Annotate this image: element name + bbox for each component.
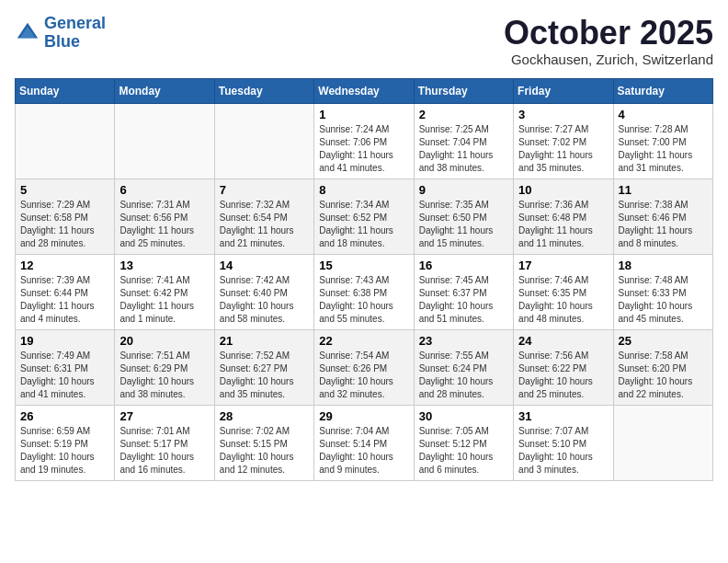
calendar-cell: 21Sunrise: 7:52 AM Sunset: 6:27 PM Dayli…	[214, 329, 313, 405]
page-header: General Blue October 2025 Gockhausen, Zu…	[15, 15, 713, 67]
day-info: Sunrise: 7:36 AM Sunset: 6:48 PM Dayligh…	[518, 199, 608, 250]
day-info: Sunrise: 7:48 AM Sunset: 6:33 PM Dayligh…	[619, 274, 708, 326]
calendar-cell: 15Sunrise: 7:43 AM Sunset: 6:38 PM Dayli…	[314, 254, 414, 329]
day-number: 1	[319, 108, 408, 121]
calendar-week-row: 1Sunrise: 7:24 AM Sunset: 7:06 PM Daylig…	[16, 103, 713, 178]
calendar-cell: 27Sunrise: 7:01 AM Sunset: 5:17 PM Dayli…	[115, 405, 214, 480]
day-info: Sunrise: 7:35 AM Sunset: 6:50 PM Dayligh…	[419, 199, 508, 250]
day-number: 14	[220, 259, 309, 272]
calendar-cell: 13Sunrise: 7:41 AM Sunset: 6:42 PM Dayli…	[115, 254, 214, 329]
day-info: Sunrise: 7:31 AM Sunset: 6:56 PM Dayligh…	[119, 199, 209, 250]
calendar-cell: 11Sunrise: 7:38 AM Sunset: 6:46 PM Dayli…	[613, 178, 712, 254]
logo: General Blue	[15, 15, 106, 52]
day-number: 31	[518, 409, 608, 423]
day-info: Sunrise: 7:07 AM Sunset: 5:10 PM Dayligh…	[518, 425, 608, 477]
calendar-cell: 24Sunrise: 7:56 AM Sunset: 6:22 PM Dayli…	[514, 329, 613, 405]
day-number: 7	[220, 183, 309, 197]
day-number: 3	[518, 108, 608, 121]
day-number: 15	[319, 259, 408, 272]
calendar-table: SundayMondayTuesdayWednesdayThursdayFrid…	[15, 78, 713, 481]
day-info: Sunrise: 7:46 AM Sunset: 6:35 PM Dayligh…	[518, 274, 608, 326]
day-number: 16	[419, 259, 508, 272]
logo-icon	[15, 20, 40, 46]
day-number: 9	[419, 183, 508, 197]
day-number: 24	[518, 334, 608, 348]
day-info: Sunrise: 7:43 AM Sunset: 6:38 PM Dayligh…	[319, 274, 408, 326]
day-info: Sunrise: 7:01 AM Sunset: 5:17 PM Dayligh…	[119, 425, 209, 477]
day-number: 26	[20, 409, 109, 423]
day-number: 18	[619, 259, 708, 272]
calendar-cell: 23Sunrise: 7:55 AM Sunset: 6:24 PM Dayli…	[414, 329, 513, 405]
day-info: Sunrise: 7:38 AM Sunset: 6:46 PM Dayligh…	[619, 199, 708, 250]
calendar-cell: 26Sunrise: 6:59 AM Sunset: 5:19 PM Dayli…	[16, 405, 115, 480]
calendar-cell: 6Sunrise: 7:31 AM Sunset: 6:56 PM Daylig…	[115, 178, 214, 254]
day-info: Sunrise: 7:58 AM Sunset: 6:20 PM Dayligh…	[619, 350, 708, 401]
day-info: Sunrise: 7:52 AM Sunset: 6:27 PM Dayligh…	[220, 350, 309, 401]
day-info: Sunrise: 7:42 AM Sunset: 6:40 PM Dayligh…	[220, 274, 309, 326]
title-block: October 2025 Gockhausen, Zurich, Switzer…	[504, 15, 713, 67]
day-number: 17	[518, 259, 608, 272]
calendar-cell	[16, 103, 115, 178]
day-number: 22	[319, 334, 408, 348]
col-header-sunday: Sunday	[16, 78, 115, 103]
calendar-cell: 12Sunrise: 7:39 AM Sunset: 6:44 PM Dayli…	[16, 254, 115, 329]
day-info: Sunrise: 7:56 AM Sunset: 6:22 PM Dayligh…	[518, 350, 608, 401]
logo-text: General Blue	[44, 15, 106, 52]
day-number: 6	[119, 183, 209, 197]
calendar-week-row: 19Sunrise: 7:49 AM Sunset: 6:31 PM Dayli…	[16, 329, 713, 405]
calendar-cell: 14Sunrise: 7:42 AM Sunset: 6:40 PM Dayli…	[214, 254, 313, 329]
calendar-cell: 8Sunrise: 7:34 AM Sunset: 6:52 PM Daylig…	[314, 178, 414, 254]
location: Gockhausen, Zurich, Switzerland	[504, 52, 713, 67]
day-number: 30	[419, 409, 508, 423]
logo-line1: General	[44, 14, 106, 32]
calendar-week-row: 12Sunrise: 7:39 AM Sunset: 6:44 PM Dayli…	[16, 254, 713, 329]
col-header-friday: Friday	[514, 78, 613, 103]
day-info: Sunrise: 7:39 AM Sunset: 6:44 PM Dayligh…	[20, 274, 109, 326]
calendar-week-row: 26Sunrise: 6:59 AM Sunset: 5:19 PM Dayli…	[16, 405, 713, 480]
day-number: 11	[619, 183, 708, 197]
day-info: Sunrise: 7:45 AM Sunset: 6:37 PM Dayligh…	[419, 274, 508, 326]
day-number: 13	[119, 259, 209, 272]
calendar-cell: 1Sunrise: 7:24 AM Sunset: 7:06 PM Daylig…	[314, 103, 414, 178]
day-info: Sunrise: 7:55 AM Sunset: 6:24 PM Dayligh…	[419, 350, 508, 401]
day-number: 19	[20, 334, 109, 348]
day-info: Sunrise: 7:05 AM Sunset: 5:12 PM Dayligh…	[419, 425, 508, 477]
col-header-monday: Monday	[115, 78, 214, 103]
calendar-week-row: 5Sunrise: 7:29 AM Sunset: 6:58 PM Daylig…	[16, 178, 713, 254]
calendar-cell	[613, 405, 712, 480]
day-info: Sunrise: 7:02 AM Sunset: 5:15 PM Dayligh…	[220, 425, 309, 477]
calendar-cell: 16Sunrise: 7:45 AM Sunset: 6:37 PM Dayli…	[414, 254, 513, 329]
day-info: Sunrise: 7:27 AM Sunset: 7:02 PM Dayligh…	[518, 123, 608, 175]
col-header-saturday: Saturday	[613, 78, 712, 103]
day-number: 20	[119, 334, 209, 348]
calendar-cell: 28Sunrise: 7:02 AM Sunset: 5:15 PM Dayli…	[214, 405, 313, 480]
calendar-cell: 5Sunrise: 7:29 AM Sunset: 6:58 PM Daylig…	[16, 178, 115, 254]
day-info: Sunrise: 7:32 AM Sunset: 6:54 PM Dayligh…	[220, 199, 309, 250]
day-info: Sunrise: 7:49 AM Sunset: 6:31 PM Dayligh…	[20, 350, 109, 401]
day-info: Sunrise: 7:28 AM Sunset: 7:00 PM Dayligh…	[619, 123, 708, 175]
day-number: 2	[419, 108, 508, 121]
day-number: 27	[119, 409, 209, 423]
calendar-cell: 7Sunrise: 7:32 AM Sunset: 6:54 PM Daylig…	[214, 178, 313, 254]
day-info: Sunrise: 6:59 AM Sunset: 5:19 PM Dayligh…	[20, 425, 109, 477]
calendar-cell: 18Sunrise: 7:48 AM Sunset: 6:33 PM Dayli…	[613, 254, 712, 329]
calendar-cell: 31Sunrise: 7:07 AM Sunset: 5:10 PM Dayli…	[514, 405, 613, 480]
day-info: Sunrise: 7:25 AM Sunset: 7:04 PM Dayligh…	[419, 123, 508, 175]
day-info: Sunrise: 7:04 AM Sunset: 5:14 PM Dayligh…	[319, 425, 408, 477]
logo-line2: Blue	[44, 32, 80, 51]
calendar-cell: 29Sunrise: 7:04 AM Sunset: 5:14 PM Dayli…	[314, 405, 414, 480]
day-number: 23	[419, 334, 508, 348]
calendar-cell: 22Sunrise: 7:54 AM Sunset: 6:26 PM Dayli…	[314, 329, 414, 405]
calendar-cell: 4Sunrise: 7:28 AM Sunset: 7:00 PM Daylig…	[613, 103, 712, 178]
day-number: 28	[220, 409, 309, 423]
day-info: Sunrise: 7:34 AM Sunset: 6:52 PM Dayligh…	[319, 199, 408, 250]
calendar-cell: 10Sunrise: 7:36 AM Sunset: 6:48 PM Dayli…	[514, 178, 613, 254]
day-number: 5	[20, 183, 109, 197]
day-number: 8	[319, 183, 408, 197]
day-number: 4	[619, 108, 708, 121]
calendar-cell: 19Sunrise: 7:49 AM Sunset: 6:31 PM Dayli…	[16, 329, 115, 405]
day-number: 10	[518, 183, 608, 197]
calendar-cell: 17Sunrise: 7:46 AM Sunset: 6:35 PM Dayli…	[514, 254, 613, 329]
day-info: Sunrise: 7:41 AM Sunset: 6:42 PM Dayligh…	[119, 274, 209, 326]
day-number: 12	[20, 259, 109, 272]
